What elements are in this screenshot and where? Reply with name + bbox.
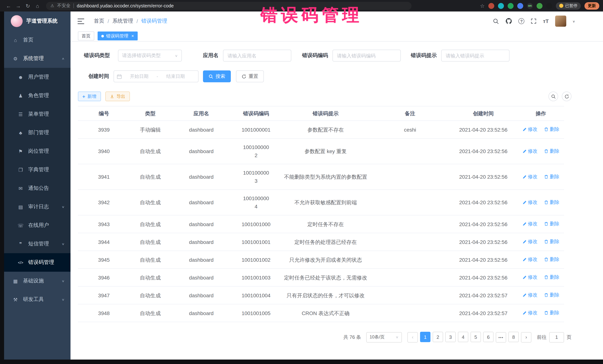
sidebar-item-posts[interactable]: ⚑岗位管理 bbox=[4, 142, 70, 161]
address-divider bbox=[73, 3, 74, 8]
extension-leaf-icon[interactable] bbox=[537, 3, 543, 9]
page-button-5[interactable]: 5 bbox=[471, 332, 481, 342]
browser-home-icon[interactable]: ⌂ bbox=[33, 3, 42, 9]
edit-link[interactable]: 修改 bbox=[522, 173, 537, 181]
sidebar-item-label: 短信管理 bbox=[28, 241, 49, 247]
extension-on-badge-icon[interactable]: on bbox=[527, 3, 533, 9]
edit-link[interactable]: 修改 bbox=[522, 125, 537, 133]
reload-icon[interactable]: ↻ bbox=[23, 3, 33, 9]
edit-link[interactable]: 修改 bbox=[522, 255, 537, 264]
sidebar-item-audit-logs[interactable]: ▤审计日志∨ bbox=[4, 198, 70, 216]
breadcrumb-item[interactable]: 系统管理 bbox=[112, 18, 133, 24]
paused-badge[interactable]: 已暂停 bbox=[556, 2, 581, 10]
user-avatar[interactable] bbox=[555, 16, 566, 27]
edit-link[interactable]: 修改 bbox=[522, 147, 537, 155]
delete-link[interactable]: 删除 bbox=[544, 309, 559, 317]
delete-link[interactable]: 删除 bbox=[544, 238, 559, 246]
goto-page-input[interactable] bbox=[549, 332, 564, 342]
bookmark-star-icon[interactable]: ☆ bbox=[480, 3, 485, 9]
search-icon[interactable] bbox=[493, 18, 499, 24]
chevron-down-icon[interactable]: ∨ bbox=[572, 20, 575, 23]
prev-page-button[interactable]: ‹ bbox=[407, 332, 418, 342]
sidebar-item-online-users[interactable]: ☏在线用户 bbox=[4, 216, 70, 235]
cell-actions: 修改 删除 bbox=[518, 251, 564, 269]
extension-pin-icon[interactable] bbox=[546, 3, 552, 9]
page-button-2[interactable]: 2 bbox=[433, 332, 443, 342]
edit-link[interactable]: 修改 bbox=[522, 309, 537, 317]
sidebar-item-infra[interactable]: ▦基础设施∨ bbox=[4, 272, 70, 290]
sidebar-item-home[interactable]: ⌂首页 bbox=[4, 31, 70, 49]
app-name-input[interactable] bbox=[223, 50, 291, 62]
sidebar-item-dev-tools[interactable]: ⚒研发工具∨ bbox=[4, 290, 70, 309]
export-button[interactable]: 导出 bbox=[105, 92, 130, 101]
more-pages-button[interactable]: ••• bbox=[496, 332, 506, 342]
delete-link[interactable]: 删除 bbox=[544, 125, 559, 133]
extension-red-icon[interactable] bbox=[488, 3, 494, 9]
edit-link[interactable]: 修改 bbox=[522, 273, 537, 281]
sidebar-item-sms[interactable]: ❞短信管理∨ bbox=[4, 235, 70, 253]
user-icon: ☻ bbox=[17, 74, 24, 80]
edit-link[interactable]: 修改 bbox=[522, 238, 537, 246]
page-button-1[interactable]: 1 bbox=[420, 332, 430, 342]
refresh-table-button[interactable] bbox=[562, 92, 571, 101]
delete-link[interactable]: 删除 bbox=[544, 273, 559, 281]
extension-blue-grid-icon[interactable] bbox=[517, 3, 523, 9]
sidebar-item-menus[interactable]: ☰菜单管理 bbox=[4, 105, 70, 123]
sidebar-item-system[interactable]: ⚙系统管理∧ bbox=[4, 49, 70, 68]
delete-link[interactable]: 删除 bbox=[544, 255, 559, 264]
page-size-select[interactable]: 10条/页 ∨ bbox=[366, 332, 402, 342]
error-code-input[interactable] bbox=[333, 50, 401, 62]
download-icon bbox=[110, 94, 114, 99]
breadcrumb-item[interactable]: 首页 bbox=[94, 18, 104, 24]
update-button[interactable]: 更新 bbox=[584, 2, 599, 10]
sidebar-item-depts[interactable]: ♣部门管理 bbox=[4, 123, 70, 142]
sidebar-toggle-button[interactable] bbox=[76, 17, 86, 25]
github-icon[interactable] bbox=[506, 18, 512, 24]
edit-link[interactable]: 修改 bbox=[522, 291, 537, 299]
sidebar-item-dicts[interactable]: ❐字典管理 bbox=[4, 161, 70, 179]
cell-time: 2021-04-20 23:52:56 bbox=[449, 138, 518, 164]
active-dot-icon bbox=[101, 35, 104, 37]
next-page-button[interactable]: › bbox=[521, 332, 531, 342]
tab-home[interactable]: 首页 bbox=[78, 32, 94, 40]
page-button-3[interactable]: 3 bbox=[445, 332, 456, 342]
add-button[interactable]: + 新增 bbox=[78, 92, 101, 101]
tab-error-code[interactable]: 错误码管理× bbox=[98, 32, 138, 40]
close-icon[interactable]: × bbox=[131, 33, 134, 39]
page-button-6[interactable]: 6 bbox=[483, 332, 494, 342]
delete-link[interactable]: 删除 bbox=[544, 220, 559, 228]
font-size-icon[interactable]: тT bbox=[543, 18, 549, 24]
delete-link[interactable]: 删除 bbox=[544, 173, 559, 181]
forward-icon[interactable]: → bbox=[13, 3, 23, 9]
extension-green-check-icon[interactable] bbox=[508, 3, 514, 9]
page-button-8[interactable]: 8 bbox=[508, 332, 519, 342]
cell-msg: 不允许获取敏感配置到前端 bbox=[280, 190, 371, 215]
refresh-icon bbox=[242, 74, 246, 79]
edit-link[interactable]: 修改 bbox=[522, 198, 537, 206]
cell-actions: 修改 删除 bbox=[518, 233, 564, 251]
fullscreen-icon[interactable] bbox=[531, 18, 537, 24]
page-button-4[interactable]: 4 bbox=[458, 332, 468, 342]
sidebar-item-users[interactable]: ☻用户管理 bbox=[4, 68, 70, 86]
delete-link[interactable]: 删除 bbox=[544, 291, 559, 299]
toggle-search-button[interactable] bbox=[548, 92, 558, 101]
error-type-select[interactable]: 请选择错误码类型 ∨ bbox=[118, 50, 182, 62]
logo-avatar bbox=[11, 15, 23, 27]
sidebar-item-roles[interactable]: ♟角色管理 bbox=[4, 86, 70, 105]
search-button[interactable]: 搜索 bbox=[203, 70, 231, 82]
help-icon[interactable]: ? bbox=[519, 18, 524, 24]
sidebar-item-error-codes[interactable]: </>错误码管理 bbox=[4, 253, 70, 272]
back-icon[interactable]: ← bbox=[4, 3, 13, 9]
delete-link[interactable]: 删除 bbox=[544, 147, 559, 155]
extension-teal-icon[interactable] bbox=[498, 3, 504, 9]
screen: ← → ↻ ⌂ ⚠ 不安全 dashboard.yudao.iocoder.cn… bbox=[0, 0, 603, 364]
sidebar-item-notices[interactable]: ✉通知公告 bbox=[4, 179, 70, 198]
address-bar[interactable]: ⚠ 不安全 dashboard.yudao.iocoder.cn/system/… bbox=[46, 2, 412, 10]
create-time-range-picker[interactable]: 开始日期 - 结束日期 bbox=[114, 70, 198, 82]
cell-type: 自动生成 bbox=[130, 304, 171, 322]
edit-link[interactable]: 修改 bbox=[522, 220, 537, 228]
reset-button[interactable]: 重置 bbox=[236, 70, 264, 82]
delete-link[interactable]: 删除 bbox=[544, 198, 559, 206]
sidebar-item-label: 基础设施 bbox=[23, 278, 44, 284]
error-msg-input[interactable] bbox=[441, 50, 510, 62]
